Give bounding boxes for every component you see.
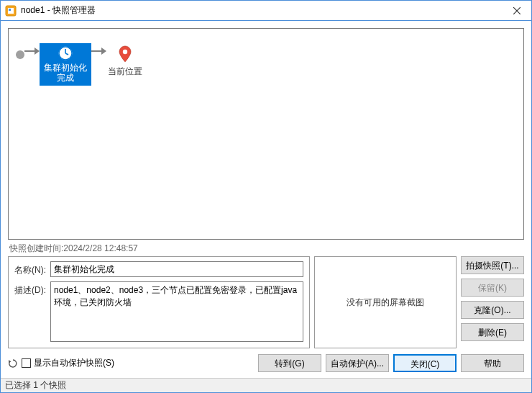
no-screenshot-label: 没有可用的屏幕截图 [347, 297, 424, 309]
description-textarea[interactable] [50, 281, 303, 342]
titlebar: node1 - 快照管理器 [1, 1, 531, 21]
show-auto-label: 显示自动保护快照(S) [34, 357, 114, 369]
created-time-value: 2024/2/28 12:48:57 [63, 243, 137, 253]
chain-start-node [16, 50, 24, 59]
goto-button[interactable]: 转到(G) [258, 354, 321, 372]
snapshot-manager-window: node1 - 快照管理器 [0, 0, 532, 393]
checkbox-icon [22, 358, 31, 368]
auto-protect-button[interactable]: 自动保护(A)... [326, 354, 389, 372]
bottom-bar: 显示自动保护快照(S) 转到(G) 自动保护(A)... 关闭(C) 帮助 [8, 354, 524, 378]
clone-button[interactable]: 克隆(O)... [461, 301, 524, 319]
side-buttons: 拍摄快照(T)... 保留(K) 克隆(O)... 删除(E) [461, 256, 524, 348]
content-area: 集群初始化 完成 当前位置 快照创建时间:2024/2/28 1 [1, 21, 531, 378]
app-icon [5, 5, 17, 17]
help-button[interactable]: 帮助 [461, 354, 524, 372]
close-window-button[interactable] [503, 1, 531, 20]
arrow-icon [91, 48, 106, 55]
take-snapshot-button[interactable]: 拍摄快照(T)... [461, 256, 524, 274]
fields-panel: 名称(N): 描述(D): [8, 256, 310, 348]
svg-point-9 [123, 50, 127, 54]
created-time-caption: 快照创建时间: [9, 243, 63, 253]
show-auto-checkbox[interactable]: 显示自动保护快照(S) [22, 357, 114, 369]
statusbar: 已选择 1 个快照 [1, 378, 531, 392]
delete-button[interactable]: 删除(E) [461, 323, 524, 341]
bottom-left: 显示自动保护快照(S) [8, 357, 254, 369]
description-label: 描述(D): [14, 281, 46, 297]
name-input[interactable] [50, 261, 303, 277]
window-title: node1 - 快照管理器 [21, 4, 503, 17]
svg-rect-2 [9, 9, 11, 11]
screenshot-preview: 没有可用的屏幕截图 [314, 256, 457, 348]
current-position-node[interactable]: 当前位置 [106, 43, 144, 80]
snapshot-node-selected[interactable]: 集群初始化 完成 [40, 43, 91, 86]
close-icon [513, 7, 520, 14]
created-time-label: 快照创建时间:2024/2/28 12:48:57 [9, 243, 524, 255]
snapshot-tree[interactable]: 集群初始化 完成 当前位置 [8, 28, 524, 240]
keep-button: 保留(K) [461, 279, 524, 297]
revert-icon[interactable] [8, 358, 18, 369]
location-pin-icon [118, 45, 132, 63]
name-label: 名称(N): [14, 261, 46, 276]
clock-icon [58, 45, 73, 61]
snapshot-node-label: 集群初始化 完成 [44, 63, 87, 83]
arrow-icon [24, 48, 40, 55]
close-button[interactable]: 关闭(C) [393, 354, 457, 372]
detail-row: 名称(N): 描述(D): 没有可用的屏幕截图 拍摄快照(T)... 保留(K)… [8, 256, 524, 348]
status-text: 已选择 1 个快照 [5, 379, 66, 392]
current-position-label: 当前位置 [108, 66, 142, 78]
snapshot-chain: 集群初始化 完成 当前位置 [16, 43, 516, 86]
